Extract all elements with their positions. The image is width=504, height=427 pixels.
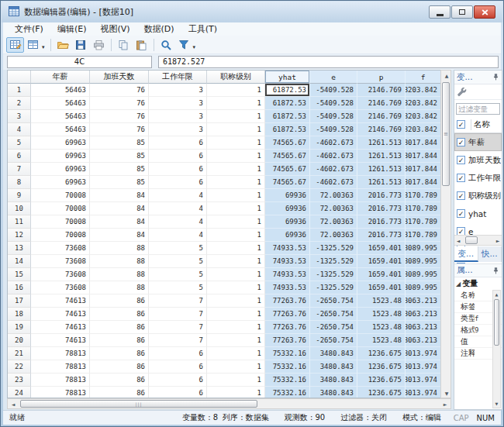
checkbox[interactable]: ✓ xyxy=(457,156,465,164)
menu-item-data[interactable]: 数据(D) xyxy=(137,22,181,36)
cell[interactable]: 5 xyxy=(149,268,207,281)
cell[interactable]: 86 xyxy=(90,321,149,334)
cell[interactable]: -4602.673 xyxy=(310,163,357,176)
row-header[interactable]: 21 xyxy=(8,347,31,360)
cell[interactable]: 85 xyxy=(90,163,149,176)
cell[interactable]: 8203.842 xyxy=(406,84,440,97)
cell[interactable]: 1 xyxy=(207,150,265,163)
column-header-salary[interactable]: 年薪 xyxy=(31,71,90,84)
cell[interactable]: 77263.76 xyxy=(265,294,310,308)
cell[interactable]: 85 xyxy=(90,136,149,150)
cell[interactable]: 69963 xyxy=(31,136,90,150)
cell[interactable]: 75332.16 xyxy=(265,347,310,360)
row-header[interactable]: 3 xyxy=(8,110,31,123)
cell[interactable]: 75332.16 xyxy=(265,387,310,398)
cell[interactable]: 70008 xyxy=(31,202,90,215)
vertical-scroll-thumb[interactable]: ≡ xyxy=(442,82,450,186)
cell[interactable]: -2650.754 xyxy=(310,308,357,321)
cell[interactable]: 1 xyxy=(207,242,265,255)
cell[interactable]: 6 xyxy=(149,387,207,398)
row-header[interactable]: 5 xyxy=(8,136,31,150)
cell[interactable]: 85 xyxy=(90,150,149,163)
cell[interactable]: 69963 xyxy=(31,163,90,176)
cell[interactable]: 2016.773 xyxy=(357,229,406,242)
row-header[interactable]: 7 xyxy=(8,163,31,176)
cell[interactable]: 1 xyxy=(207,189,265,202)
cell[interactable]: 74565.67 xyxy=(265,136,310,150)
cell[interactable]: 2016.773 xyxy=(357,202,406,215)
cell[interactable]: 1 xyxy=(207,387,265,398)
cell[interactable]: 74933.53 xyxy=(265,255,310,268)
cell[interactable]: 8170.789 xyxy=(406,229,440,242)
cell[interactable]: 78813 xyxy=(31,360,90,374)
cell[interactable]: 75332.16 xyxy=(265,374,310,387)
cell[interactable]: 61872.53 xyxy=(265,123,310,136)
row-header[interactable]: 9 xyxy=(8,189,31,202)
cell[interactable]: 6 xyxy=(149,150,207,163)
cell[interactable]: 70008 xyxy=(31,189,90,202)
cell[interactable]: 74933.53 xyxy=(265,242,310,255)
cell[interactable]: 1523.48 xyxy=(357,334,406,347)
cell[interactable]: -4602.673 xyxy=(310,176,357,189)
cell[interactable]: 73608 xyxy=(31,281,90,294)
scroll-up-icon[interactable]: ▲ xyxy=(493,291,500,298)
variable-item[interactable]: ✓职称级别 xyxy=(454,187,502,205)
cell[interactable]: 8089.995 xyxy=(406,242,440,255)
data-view-button[interactable] xyxy=(6,37,24,53)
cell[interactable]: 1 xyxy=(207,334,265,347)
cell[interactable]: 72.00363 xyxy=(310,215,357,229)
cell[interactable]: 84 xyxy=(90,229,149,242)
copy-button[interactable] xyxy=(115,37,133,53)
cell[interactable]: 76 xyxy=(90,123,149,136)
row-header[interactable]: 16 xyxy=(8,281,31,294)
cell[interactable]: 1236.675 xyxy=(357,387,406,398)
checkbox[interactable]: ✓ xyxy=(457,138,465,146)
column-header-yhat[interactable]: yhat xyxy=(265,71,310,84)
cell[interactable]: 4 xyxy=(149,189,207,202)
cell[interactable]: -1325.529 xyxy=(310,255,357,268)
cell[interactable]: 3480.843 xyxy=(310,347,357,360)
cell[interactable]: 56463 xyxy=(31,123,90,136)
row-header[interactable]: 13 xyxy=(8,242,31,255)
filter-variables-input[interactable] xyxy=(456,103,500,115)
cell[interactable]: 8063.213 xyxy=(406,321,440,334)
cell[interactable]: 69936 xyxy=(265,189,310,202)
cell[interactable]: 74613 xyxy=(31,308,90,321)
cell[interactable]: -5409.528 xyxy=(310,110,357,123)
row-header[interactable]: 19 xyxy=(8,321,31,334)
cell[interactable]: 3480.843 xyxy=(310,360,357,374)
scroll-down-icon[interactable]: ▼ xyxy=(441,388,452,398)
cell[interactable]: 7 xyxy=(149,334,207,347)
cell-reference-box[interactable]: 4C xyxy=(7,56,152,68)
cell[interactable]: 78813 xyxy=(31,387,90,398)
cell[interactable]: 3 xyxy=(149,97,207,110)
cell[interactable]: 69936 xyxy=(265,229,310,242)
cell[interactable]: 72.00363 xyxy=(310,202,357,215)
menu-item-file[interactable]: 文件(F) xyxy=(8,22,50,36)
cell[interactable]: 56463 xyxy=(31,84,90,97)
cell[interactable]: 88 xyxy=(90,242,149,255)
cell[interactable]: 6 xyxy=(149,374,207,387)
cell[interactable]: 8063.213 xyxy=(406,294,440,308)
cell[interactable]: 6 xyxy=(149,360,207,374)
cell[interactable]: -2650.754 xyxy=(310,321,357,334)
row-header[interactable]: 10 xyxy=(8,202,31,215)
cell[interactable]: 86 xyxy=(90,308,149,321)
cell[interactable]: 1 xyxy=(207,268,265,281)
cell[interactable]: 86 xyxy=(90,360,149,374)
row-header[interactable]: 2 xyxy=(8,97,31,110)
vertical-scrollbar[interactable]: ▲ ≡ ▼ xyxy=(440,70,451,398)
cell[interactable]: 86 xyxy=(90,294,149,308)
cell[interactable]: 1 xyxy=(207,123,265,136)
cell[interactable]: -5409.528 xyxy=(310,123,357,136)
cell[interactable]: 8063.213 xyxy=(406,334,440,347)
cell[interactable]: 6 xyxy=(149,136,207,150)
cell[interactable]: 2016.773 xyxy=(357,189,406,202)
cell[interactable]: 1 xyxy=(207,281,265,294)
cell[interactable]: 74613 xyxy=(31,294,90,308)
cell[interactable]: 70008 xyxy=(31,229,90,242)
cell[interactable]: 74613 xyxy=(31,321,90,334)
cell[interactable]: -1325.529 xyxy=(310,281,357,294)
cell[interactable]: 70008 xyxy=(31,215,90,229)
cell[interactable]: 7 xyxy=(149,321,207,334)
